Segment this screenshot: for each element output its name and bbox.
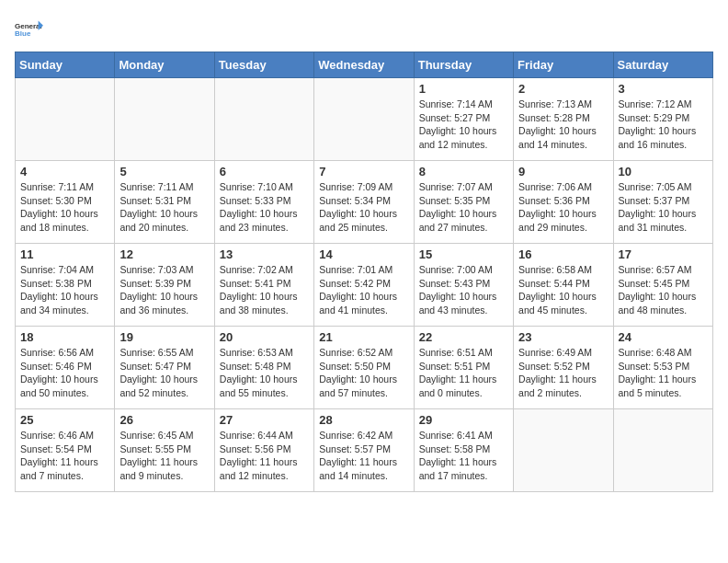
day-number: 25 (20, 413, 109, 427)
day-number: 19 (119, 330, 209, 344)
calendar-cell: 19Sunrise: 6:55 AM Sunset: 5:47 PM Dayli… (115, 327, 214, 409)
calendar-cell (16, 78, 115, 161)
calendar-cell: 29Sunrise: 6:41 AM Sunset: 5:58 PM Dayli… (414, 409, 513, 492)
calendar-week-row: 25Sunrise: 6:46 AM Sunset: 5:54 PM Dayli… (16, 409, 713, 492)
calendar-cell: 3Sunrise: 7:12 AM Sunset: 5:29 PM Daylig… (613, 78, 712, 161)
calendar-cell: 23Sunrise: 6:49 AM Sunset: 5:52 PM Dayli… (514, 327, 613, 409)
day-detail: Sunrise: 6:57 AM Sunset: 5:45 PM Dayligh… (619, 263, 708, 317)
day-number: 5 (119, 165, 209, 178)
calendar-cell: 22Sunrise: 6:51 AM Sunset: 5:51 PM Dayli… (414, 327, 513, 409)
calendar-cell: 24Sunrise: 6:48 AM Sunset: 5:53 PM Dayli… (613, 327, 712, 409)
day-number: 20 (220, 330, 309, 344)
calendar-cell: 15Sunrise: 7:00 AM Sunset: 5:43 PM Dayli… (414, 244, 513, 327)
day-detail: Sunrise: 7:07 AM Sunset: 5:35 PM Dayligh… (419, 180, 508, 235)
day-detail: Sunrise: 6:49 AM Sunset: 5:52 PM Dayligh… (518, 346, 608, 400)
day-number: 23 (518, 330, 608, 344)
calendar-cell (214, 78, 313, 161)
weekday-header: Sunday (16, 52, 115, 78)
day-detail: Sunrise: 6:41 AM Sunset: 5:58 PM Dayligh… (419, 429, 508, 483)
calendar-cell: 21Sunrise: 6:52 AM Sunset: 5:50 PM Dayli… (314, 327, 414, 409)
calendar-cell (115, 78, 214, 161)
day-number: 24 (619, 330, 708, 344)
day-number: 29 (419, 413, 508, 427)
day-number: 22 (419, 330, 508, 344)
calendar-cell: 5Sunrise: 7:11 AM Sunset: 5:31 PM Daylig… (115, 161, 214, 244)
day-detail: Sunrise: 7:04 AM Sunset: 5:38 PM Dayligh… (20, 263, 109, 317)
day-detail: Sunrise: 6:48 AM Sunset: 5:53 PM Dayligh… (619, 346, 708, 400)
day-detail: Sunrise: 7:10 AM Sunset: 5:33 PM Dayligh… (220, 180, 309, 235)
day-number: 15 (419, 247, 508, 261)
day-number: 27 (220, 413, 309, 427)
day-number: 17 (619, 247, 708, 261)
day-detail: Sunrise: 7:06 AM Sunset: 5:36 PM Dayligh… (518, 180, 608, 235)
calendar-cell: 18Sunrise: 6:56 AM Sunset: 5:46 PM Dayli… (16, 327, 115, 409)
day-number: 10 (619, 165, 708, 178)
day-detail: Sunrise: 6:53 AM Sunset: 5:48 PM Dayligh… (220, 346, 309, 400)
day-detail: Sunrise: 7:11 AM Sunset: 5:30 PM Dayligh… (20, 180, 109, 235)
day-detail: Sunrise: 6:55 AM Sunset: 5:47 PM Dayligh… (119, 346, 209, 400)
calendar-week-row: 1Sunrise: 7:14 AM Sunset: 5:27 PM Daylig… (16, 78, 713, 161)
day-detail: Sunrise: 7:05 AM Sunset: 5:37 PM Dayligh… (619, 180, 708, 235)
calendar-cell: 2Sunrise: 7:13 AM Sunset: 5:28 PM Daylig… (514, 78, 613, 161)
day-detail: Sunrise: 6:45 AM Sunset: 5:55 PM Dayligh… (119, 429, 209, 483)
day-number: 28 (319, 413, 408, 427)
calendar-week-row: 18Sunrise: 6:56 AM Sunset: 5:46 PM Dayli… (16, 327, 713, 409)
day-detail: Sunrise: 7:02 AM Sunset: 5:41 PM Dayligh… (220, 263, 309, 317)
day-number: 9 (518, 165, 608, 178)
day-number: 16 (518, 247, 608, 261)
day-detail: Sunrise: 6:44 AM Sunset: 5:56 PM Dayligh… (220, 429, 309, 483)
weekday-header: Wednesday (314, 52, 414, 78)
day-detail: Sunrise: 6:42 AM Sunset: 5:57 PM Dayligh… (319, 429, 408, 483)
day-detail: Sunrise: 7:03 AM Sunset: 5:39 PM Dayligh… (119, 263, 209, 317)
day-number: 7 (319, 165, 408, 178)
day-detail: Sunrise: 7:13 AM Sunset: 5:28 PM Dayligh… (518, 98, 608, 152)
day-detail: Sunrise: 6:51 AM Sunset: 5:51 PM Dayligh… (419, 346, 508, 400)
day-detail: Sunrise: 7:00 AM Sunset: 5:43 PM Dayligh… (419, 263, 508, 317)
calendar-cell: 28Sunrise: 6:42 AM Sunset: 5:57 PM Dayli… (314, 409, 414, 492)
day-detail: Sunrise: 6:56 AM Sunset: 5:46 PM Dayligh… (20, 346, 109, 400)
calendar-cell: 11Sunrise: 7:04 AM Sunset: 5:38 PM Dayli… (16, 244, 115, 327)
calendar-cell: 6Sunrise: 7:10 AM Sunset: 5:33 PM Daylig… (214, 161, 313, 244)
day-number: 8 (419, 165, 508, 178)
day-number: 6 (220, 165, 309, 178)
calendar-week-row: 4Sunrise: 7:11 AM Sunset: 5:30 PM Daylig… (16, 161, 713, 244)
day-detail: Sunrise: 7:14 AM Sunset: 5:27 PM Dayligh… (419, 98, 508, 152)
weekday-header: Monday (115, 52, 214, 78)
day-number: 18 (20, 330, 109, 344)
calendar-cell: 1Sunrise: 7:14 AM Sunset: 5:27 PM Daylig… (414, 78, 513, 161)
calendar-cell: 12Sunrise: 7:03 AM Sunset: 5:39 PM Dayli… (115, 244, 214, 327)
logo: GeneralBlue (15, 15, 44, 44)
day-detail: Sunrise: 7:01 AM Sunset: 5:42 PM Dayligh… (319, 263, 408, 317)
calendar-header-row: SundayMondayTuesdayWednesdayThursdayFrid… (16, 52, 713, 78)
calendar-cell (514, 409, 613, 492)
day-number: 2 (518, 82, 608, 96)
day-number: 12 (119, 247, 209, 261)
day-detail: Sunrise: 7:09 AM Sunset: 5:34 PM Dayligh… (319, 180, 408, 235)
calendar-cell: 17Sunrise: 6:57 AM Sunset: 5:45 PM Dayli… (613, 244, 712, 327)
calendar-cell: 25Sunrise: 6:46 AM Sunset: 5:54 PM Dayli… (16, 409, 115, 492)
calendar-cell: 20Sunrise: 6:53 AM Sunset: 5:48 PM Dayli… (214, 327, 313, 409)
day-detail: Sunrise: 7:12 AM Sunset: 5:29 PM Dayligh… (619, 98, 708, 152)
day-number: 3 (619, 82, 708, 96)
calendar-cell: 27Sunrise: 6:44 AM Sunset: 5:56 PM Dayli… (214, 409, 313, 492)
weekday-header: Thursday (414, 52, 513, 78)
logo-icon: GeneralBlue (15, 15, 44, 44)
page-header: GeneralBlue (15, 15, 713, 44)
day-number: 11 (20, 247, 109, 261)
calendar-cell (314, 78, 414, 161)
calendar-cell: 16Sunrise: 6:58 AM Sunset: 5:44 PM Dayli… (514, 244, 613, 327)
day-number: 26 (119, 413, 209, 427)
svg-text:General: General (15, 22, 42, 30)
day-detail: Sunrise: 7:11 AM Sunset: 5:31 PM Dayligh… (119, 180, 209, 235)
day-number: 1 (419, 82, 508, 96)
calendar-cell: 10Sunrise: 7:05 AM Sunset: 5:37 PM Dayli… (613, 161, 712, 244)
day-detail: Sunrise: 6:46 AM Sunset: 5:54 PM Dayligh… (20, 429, 109, 483)
day-number: 14 (319, 247, 408, 261)
day-number: 21 (319, 330, 408, 344)
calendar-cell: 4Sunrise: 7:11 AM Sunset: 5:30 PM Daylig… (16, 161, 115, 244)
calendar-cell: 8Sunrise: 7:07 AM Sunset: 5:35 PM Daylig… (414, 161, 513, 244)
weekday-header: Friday (514, 52, 613, 78)
day-detail: Sunrise: 6:52 AM Sunset: 5:50 PM Dayligh… (319, 346, 408, 400)
calendar-cell: 9Sunrise: 7:06 AM Sunset: 5:36 PM Daylig… (514, 161, 613, 244)
calendar-cell: 26Sunrise: 6:45 AM Sunset: 5:55 PM Dayli… (115, 409, 214, 492)
